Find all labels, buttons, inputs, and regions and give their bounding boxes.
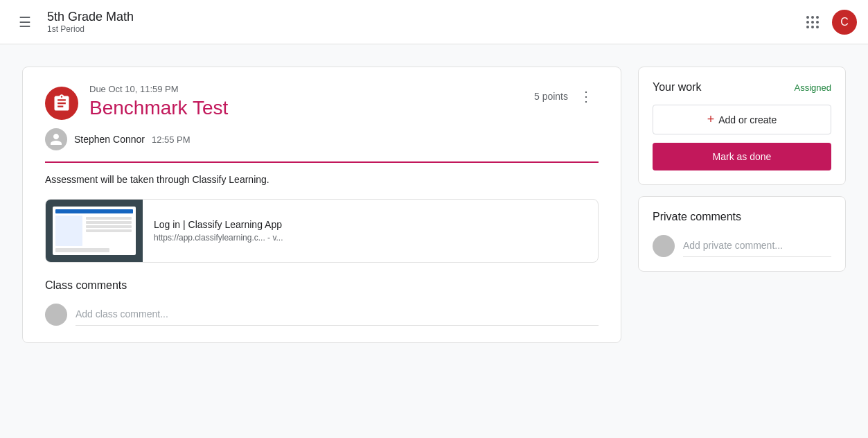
post-time: 12:55 PM [152,134,191,145]
assignment-description: Assessment will be taken through Classif… [45,174,599,185]
thumb-row-4 [86,229,132,232]
thumb-left [55,216,82,246]
private-comments-card: Private comments [638,196,846,272]
assignment-header: Due Oct 10, 11:59 PM Benchmark Test 5 po… [45,84,599,120]
thumb-bar-wide [55,209,133,213]
thumb-section [55,216,133,246]
thumb-row-2 [86,221,132,224]
user-avatar[interactable]: C [832,10,857,35]
link-url: https://app.classifylearning.c... - v... [154,233,283,243]
your-work-card: Your work Assigned + Add or create Mark … [638,67,846,185]
menu-icon[interactable]: ☰ [11,8,39,36]
plus-icon: + [707,112,715,127]
main-content: Due Oct 10, 11:59 PM Benchmark Test 5 po… [0,44,868,365]
thumb-row-1 [86,217,132,220]
points-row: 5 points ⋮ [534,84,599,109]
link-title: Log in | Classify Learning App [154,219,283,230]
add-or-create-label: Add or create [718,114,777,125]
work-card-header: Your work Assigned [653,81,831,94]
divider [45,161,599,163]
thumbnail-inner [53,207,136,255]
link-card[interactable]: Log in | Classify Learning App https://a… [45,199,599,263]
class-comments-label: Class comments [45,279,599,292]
app-name: 5th Grade Math [47,10,134,24]
thumb-bar-med [55,248,109,252]
private-comment-avatar [653,235,675,257]
right-panel: Your work Assigned + Add or create Mark … [638,67,846,343]
assignment-icon [45,87,78,120]
assignment-info: Due Oct 10, 11:59 PM Benchmark Test [89,84,523,119]
author-row: Stephen Connor 12:55 PM [45,128,599,150]
due-date: Due Oct 10, 11:59 PM [89,84,523,94]
assignment-title: Benchmark Test [89,97,523,119]
period-label: 1st Period [47,24,134,34]
private-comments-title: Private comments [653,211,831,223]
header: ☰ 5th Grade Math 1st Period C [0,0,868,44]
link-info: Log in | Classify Learning App https://a… [143,211,294,251]
thumb-row-3 [86,225,132,228]
grid-dots-icon [806,16,819,28]
points-label: 5 points [534,91,568,102]
private-comment-input[interactable] [683,234,831,257]
private-comment-input-row [653,234,831,257]
status-badge: Assigned [795,82,831,93]
header-left: ☰ 5th Grade Math 1st Period [11,8,799,36]
author-name: Stephen Connor [74,134,145,145]
author-avatar [45,128,67,150]
link-thumbnail [46,200,143,262]
assignment-panel: Due Oct 10, 11:59 PM Benchmark Test 5 po… [22,67,621,343]
your-work-title: Your work [653,81,702,94]
mark-as-done-button[interactable]: Mark as done [653,143,831,170]
more-options-icon[interactable]: ⋮ [574,84,599,109]
comment-user-avatar [45,304,67,326]
class-comments-section: Class comments [45,279,599,326]
app-title: 5th Grade Math 1st Period [47,10,134,34]
clipboard-icon [52,94,71,113]
header-right: C [799,8,857,36]
add-or-create-button[interactable]: + Add or create [653,105,831,134]
class-comment-input-row [45,303,599,326]
apps-icon[interactable] [799,8,826,36]
thumb-right [85,216,133,246]
class-comment-input[interactable] [76,303,599,326]
